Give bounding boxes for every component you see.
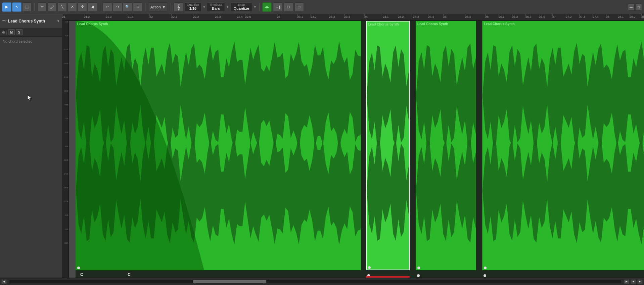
track-ctrl-row: ⊗ | M S [0, 28, 62, 37]
window-controls: — □ [628, 0, 644, 14]
ruler-mark: 28.2 [630, 15, 636, 18]
db-label: -18.0 [63, 62, 68, 64]
audio-clip[interactable]: Lead Chorus Synth [76, 21, 361, 270]
ruler-mark: 23.4 [344, 15, 350, 18]
chord-area: No chord selected [0, 37, 62, 278]
audio-clip[interactable]: Lead Chorus Synth [366, 21, 410, 270]
main-area: 〜 Lead Chorus Synth ▼ ⊗ | M S No chord s… [0, 14, 644, 278]
win-restore-btn[interactable]: □ [635, 4, 642, 10]
sep3 [145, 3, 145, 11]
link-icon[interactable]: ⊗ [2, 30, 5, 35]
ruler-mark: 22.1 [171, 15, 177, 18]
clip-start-marker [77, 267, 80, 269]
clip-label: Lead Chorus Synth [77, 22, 108, 26]
waveform-top-channel [416, 44, 476, 148]
key-label-c2: C [128, 272, 131, 277]
snap-value: Quantize [234, 6, 249, 11]
db-label: 0dB [64, 104, 68, 106]
solo-btn[interactable]: S [16, 29, 22, 35]
nav-btn3[interactable]: ⊟ [284, 2, 293, 12]
waveform-top-channel [482, 42, 644, 150]
timebase-chevron-icon[interactable]: ▼ [226, 5, 229, 9]
ruler-mark: 27.4 [593, 15, 599, 18]
track-icon: 〜 [2, 18, 7, 24]
audio-clip[interactable]: Lead Chorus Synth [416, 21, 476, 270]
timebase-box[interactable]: Timebase Bars [207, 2, 225, 12]
waveform-bottom-channel [367, 140, 409, 241]
mute-tool-btn[interactable]: ✕ [67, 2, 77, 12]
quantize-chevron-icon[interactable]: ▼ [203, 5, 206, 9]
db-label: -36.0 [63, 187, 68, 189]
content-area: 2121.221.321.42222.122.222.322.422.52323… [62, 14, 644, 278]
ruler-mark: 26.1 [499, 15, 505, 18]
ruler-mark: 26.4 [539, 15, 545, 18]
left-panel: 〜 Lead Chorus Synth ▼ ⊗ | M S No chord s… [0, 14, 62, 278]
action-dropdown[interactable]: Action ▼ [148, 2, 168, 12]
brush-tool-btn[interactable]: 🖊 [47, 2, 57, 12]
track-name: Lead Chorus Synth [8, 19, 55, 23]
ruler-mark: 28.3 [641, 15, 644, 18]
waveform-bottom-channel [76, 136, 361, 245]
quantize-value: 1/16 [189, 6, 196, 11]
marquee-tool-btn[interactable]: ⬚ [22, 2, 32, 12]
scroll-left-btn[interactable]: ◀ [1, 279, 7, 284]
move-tool-btn[interactable]: ✛ [78, 2, 87, 12]
waveform-svg [367, 21, 409, 270]
clip-separator [410, 21, 416, 270]
zoom-in-btn[interactable]: ► [637, 279, 643, 284]
db-label: 0dB [64, 242, 68, 244]
ruler-mark: 24.2 [398, 15, 404, 18]
select-tool-btn[interactable]: ↖ [12, 2, 21, 12]
nav-btn1[interactable]: ◀▶ [262, 2, 272, 12]
ruler-mark: 22.4 [237, 15, 243, 18]
scrollbar-thumb[interactable] [193, 280, 267, 283]
scroll-right-btn[interactable]: ▶ [624, 279, 629, 284]
timebase-value: Bars [212, 6, 220, 11]
ruler-mark: 25 [443, 15, 447, 18]
track-header: 〜 Lead Chorus Synth ▼ [0, 14, 62, 28]
clip-label: Lead Chorus Synth [484, 22, 515, 26]
mute-btn[interactable]: M [8, 29, 15, 35]
loop-end-btn[interactable]: ↪ [113, 2, 122, 12]
zoom-out-btn[interactable]: ◄ [631, 279, 636, 284]
ruler-mark: 25.4 [465, 15, 471, 18]
snap-chevron-icon[interactable]: ▼ [254, 5, 257, 9]
track-expand-icon[interactable]: ▼ [57, 19, 60, 23]
nav-btn2[interactable]: →| [273, 2, 282, 12]
ruler-mark: 21.3 [106, 15, 112, 18]
scrollbar-track[interactable] [9, 280, 621, 283]
ruler-mark: 24.3 [413, 15, 419, 18]
quantize-label: Quantize [187, 3, 199, 7]
ruler-mark: 22.3 [215, 15, 221, 18]
ruler-mark: 27.2 [566, 15, 572, 18]
tool-group-1: ▶ ↖ ⬚ [2, 2, 32, 12]
ruler-mark: 21.2 [84, 15, 90, 18]
zoom-btn[interactable]: 🔍 [123, 2, 132, 12]
ruler-mark: 24.1 [383, 15, 389, 18]
clip-start-marker [484, 267, 487, 269]
chord-status: No chord selected [3, 39, 33, 43]
nav-btn4[interactable]: ⊞ [294, 2, 304, 12]
quantize-box[interactable]: Quantize 1/16 [184, 2, 201, 12]
ruler-mark: 24.4 [428, 15, 434, 18]
smart-tempo-btn[interactable]: 𝄞 [174, 2, 183, 12]
eraser-tool-btn[interactable]: ╲ [57, 2, 67, 12]
ruler-mark: 22.5 [245, 15, 251, 18]
track-ctrl-sep: | [6, 30, 7, 34]
pencil-tool-btn[interactable]: ✏ [37, 2, 47, 12]
progress-bar [366, 276, 410, 278]
win-minimize-btn[interactable]: — [628, 4, 635, 10]
toolbar: ▶ ↖ ⬚ ✏ 🖊 ╲ ✕ ✛ ◀ ↩ ↪ 🔍 ⊕ Action ▼ 𝄞 Qua… [0, 0, 644, 14]
bounce-btn[interactable]: ⊕ [133, 2, 142, 12]
snap-box[interactable]: Snap Quantize [231, 2, 252, 12]
loop-start-btn[interactable]: ↩ [103, 2, 112, 12]
pointer-tool-btn[interactable]: ▶ [2, 2, 11, 12]
waveform-canvas[interactable]: Lead Chorus SynthLead Chorus SynthLead C… [76, 21, 644, 278]
timebase-label: Timebase [209, 3, 222, 7]
volume-tool-btn[interactable]: ◀ [88, 2, 97, 12]
db-label: -12.0 [63, 48, 68, 50]
audio-clip[interactable]: Lead Chorus Synth [482, 21, 644, 270]
ruler-mark: 27.3 [579, 15, 585, 18]
db-label: -9.0 [65, 145, 68, 147]
db-label: -24.0 [63, 173, 68, 175]
